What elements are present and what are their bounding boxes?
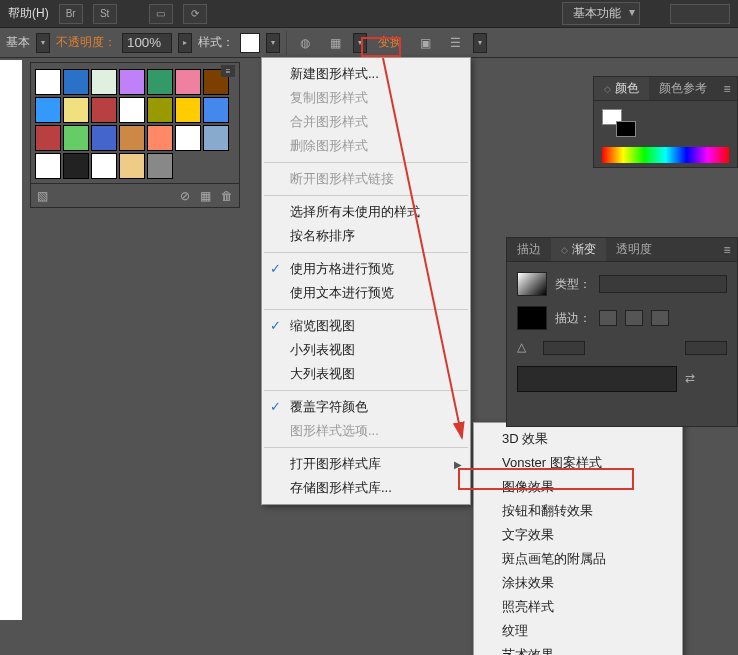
break-link-icon[interactable]: ⊘ xyxy=(180,189,190,203)
mi-select-unused[interactable]: 选择所有未使用的样式 xyxy=(262,200,470,224)
submenu-item[interactable]: 纹理 xyxy=(474,619,682,643)
style-swatch[interactable] xyxy=(35,97,61,123)
new-style-icon[interactable]: ▦ xyxy=(200,189,211,203)
globe-icon[interactable]: ◍ xyxy=(293,32,317,54)
menu-bar: 帮助(H) Br St ▭ ⟳ 基本功能 xyxy=(0,0,738,28)
tab-stroke[interactable]: 描边 xyxy=(507,238,551,261)
stroke-along-icon[interactable] xyxy=(625,310,643,326)
style-swatch[interactable] xyxy=(203,125,229,151)
search-field[interactable] xyxy=(670,4,730,24)
style-swatch[interactable] xyxy=(35,153,61,179)
mi-sort-name[interactable]: 按名称排序 xyxy=(262,224,470,248)
panel-menu-icon[interactable]: ≡ xyxy=(717,238,737,261)
gradient-panel: 描边 ◇渐变 透明度 ≡ 类型： 描边： △ ⇄ xyxy=(506,237,738,427)
tab-gradient-label: 渐变 xyxy=(572,241,596,258)
mi-preview-text[interactable]: 使用文本进行预览 xyxy=(262,281,470,305)
mi-open-lib[interactable]: 打开图形样式库 xyxy=(262,452,470,476)
type-label: 类型： xyxy=(555,276,591,293)
menu-help[interactable]: 帮助(H) xyxy=(8,5,49,22)
tab-gradient[interactable]: ◇渐变 xyxy=(551,238,606,261)
reverse-gradient-icon[interactable]: ⇄ xyxy=(685,371,703,387)
style-swatch[interactable] xyxy=(240,33,260,53)
style-swatch[interactable] xyxy=(63,125,89,151)
mi-new-style[interactable]: 新建图形样式... xyxy=(262,62,470,86)
aspect-field[interactable] xyxy=(685,341,727,355)
base-label: 基本 xyxy=(6,34,30,51)
style-swatch[interactable] xyxy=(91,153,117,179)
opacity-dropdown-icon[interactable]: ▸ xyxy=(178,33,192,53)
panel-flyout-icon[interactable]: ≡ xyxy=(221,65,235,77)
angle-field[interactable] xyxy=(543,341,585,355)
panel-menu-icon[interactable]: ≡ xyxy=(717,77,737,100)
st-icon[interactable]: St xyxy=(93,4,117,24)
style-swatch[interactable] xyxy=(175,125,201,151)
mi-large-list[interactable]: 大列表视图 xyxy=(262,362,470,386)
submenu-item[interactable]: 图像效果 xyxy=(474,475,682,499)
mi-duplicate: 复制图形样式 xyxy=(262,86,470,110)
opacity-field[interactable] xyxy=(122,33,172,53)
arrange-icon[interactable]: ▭ xyxy=(149,4,173,24)
mi-thumb-view[interactable]: 缩览图视图 xyxy=(262,314,470,338)
color-spectrum[interactable] xyxy=(602,147,729,163)
submenu-item[interactable]: 涂抹效果 xyxy=(474,571,682,595)
stroke-across-icon[interactable] xyxy=(651,310,669,326)
submenu-item[interactable]: 斑点画笔的附属品 xyxy=(474,547,682,571)
workspace-switcher[interactable]: 基本功能 xyxy=(562,2,640,25)
style-swatch[interactable] xyxy=(35,125,61,151)
style-swatch[interactable] xyxy=(147,125,173,151)
transform-label[interactable]: 变换 xyxy=(373,32,407,54)
mi-save-lib[interactable]: 存储图形样式库... xyxy=(262,476,470,500)
mi-preview-square[interactable]: 使用方格进行预览 xyxy=(262,257,470,281)
style-swatch[interactable] xyxy=(63,97,89,123)
fill-stroke-proxy[interactable] xyxy=(602,109,636,137)
submenu-item[interactable]: Vonster 图案样式 xyxy=(474,451,682,475)
gradient-type-dropdown[interactable] xyxy=(599,275,727,293)
style-swatch[interactable] xyxy=(63,69,89,95)
align-icon[interactable]: ▦ xyxy=(323,32,347,54)
style-swatch[interactable] xyxy=(35,69,61,95)
style-swatch[interactable] xyxy=(175,69,201,95)
style-swatch[interactable] xyxy=(119,69,145,95)
library-menu-icon[interactable]: ▧ xyxy=(37,189,48,203)
br-icon[interactable]: Br xyxy=(59,4,83,24)
more-dropdown-icon[interactable]: ▾ xyxy=(473,33,487,53)
submenu-item[interactable]: 文字效果 xyxy=(474,523,682,547)
style-swatch[interactable] xyxy=(119,97,145,123)
submenu-item[interactable]: 艺术效果 xyxy=(474,643,682,655)
stroke-swatch[interactable] xyxy=(616,121,636,137)
style-swatch[interactable] xyxy=(147,69,173,95)
style-swatch[interactable] xyxy=(91,97,117,123)
mi-override-char[interactable]: 覆盖字符颜色 xyxy=(262,395,470,419)
submenu-item[interactable]: 3D 效果 xyxy=(474,427,682,451)
style-swatch[interactable] xyxy=(203,97,229,123)
style-swatch[interactable] xyxy=(147,153,173,179)
gradient-swatch[interactable] xyxy=(517,272,547,296)
style-swatch[interactable] xyxy=(119,125,145,151)
delete-style-icon[interactable]: 🗑 xyxy=(221,189,233,203)
style-swatch[interactable] xyxy=(175,97,201,123)
submenu-item[interactable]: 按钮和翻转效果 xyxy=(474,499,682,523)
style-swatch[interactable] xyxy=(147,97,173,123)
style-swatch[interactable] xyxy=(119,153,145,179)
style-dropdown-icon[interactable]: ▾ xyxy=(266,33,280,53)
mi-break-link: 断开图形样式链接 xyxy=(262,167,470,191)
canvas-area xyxy=(0,60,22,620)
stroke-within-icon[interactable] xyxy=(599,310,617,326)
gradient-panel-tabs: 描边 ◇渐变 透明度 ≡ xyxy=(507,238,737,262)
more-icon[interactable]: ☰ xyxy=(443,32,467,54)
tab-color[interactable]: ◇颜色 xyxy=(594,77,649,100)
style-swatch[interactable] xyxy=(91,69,117,95)
isolate-icon[interactable]: ▣ xyxy=(413,32,437,54)
style-swatch[interactable] xyxy=(91,125,117,151)
style-swatch[interactable] xyxy=(63,153,89,179)
mi-small-list[interactable]: 小列表视图 xyxy=(262,338,470,362)
tab-transparency[interactable]: 透明度 xyxy=(606,238,662,261)
tab-color-guide[interactable]: 颜色参考 xyxy=(649,77,717,100)
options-bar: 基本 ▾ 不透明度： ▸ 样式： ▾ ◍ ▦ ▾ 变换 ▣ ☰ ▾ xyxy=(0,28,738,58)
gradient-ramp[interactable] xyxy=(517,366,677,392)
gpu-icon[interactable]: ⟳ xyxy=(183,4,207,24)
align-dropdown-icon[interactable]: ▾ xyxy=(353,33,367,53)
base-dropdown-icon[interactable]: ▾ xyxy=(36,33,50,53)
stroke-color-swatch[interactable] xyxy=(517,306,547,330)
submenu-item[interactable]: 照亮样式 xyxy=(474,595,682,619)
